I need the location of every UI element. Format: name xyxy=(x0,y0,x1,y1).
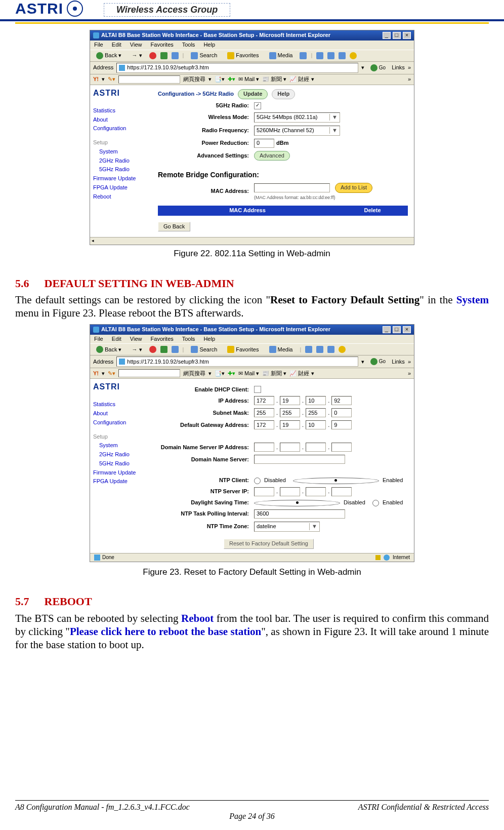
forward-button[interactable]: → ▾ xyxy=(129,51,145,60)
home-icon[interactable] xyxy=(172,346,179,353)
dnsip-1[interactable] xyxy=(254,443,274,452)
ntp-enabled-radio[interactable] xyxy=(293,478,379,484)
dnsip-4[interactable] xyxy=(331,443,352,452)
menu-bar[interactable]: File Edit View Favorites Tools Help xyxy=(90,335,414,344)
news-link[interactable]: 📰 新聞 ▾ xyxy=(262,76,286,83)
ip-4[interactable]: 92 xyxy=(331,396,352,405)
search-button[interactable]: Search xyxy=(188,345,220,354)
sidebar-configuration[interactable]: Configuration xyxy=(93,419,149,426)
menu-view[interactable]: View xyxy=(130,336,142,342)
favorites-button[interactable]: Favorites xyxy=(224,51,262,60)
poll-input[interactable]: 3600 xyxy=(254,509,345,519)
web-search-label[interactable]: 網頁搜尋 xyxy=(183,370,205,377)
close-icon[interactable]: × xyxy=(403,326,411,333)
menu-help[interactable]: Help xyxy=(203,42,215,48)
address-input[interactable]: https://172.19.10.92/setupfr3.htm xyxy=(116,63,358,73)
close-icon[interactable]: × xyxy=(403,32,411,39)
plus-icon[interactable]: ✚▾ xyxy=(228,76,235,83)
yahoo-icon[interactable]: Y! xyxy=(93,370,99,377)
pencil-icon[interactable]: ✎▾ xyxy=(108,76,115,83)
sidebar-about[interactable]: About xyxy=(93,116,149,124)
ntp-disabled-radio[interactable] xyxy=(254,478,261,484)
timezone-select[interactable]: dateline▼ xyxy=(254,522,320,532)
discuss-icon[interactable] xyxy=(350,52,357,59)
mail-link[interactable]: ✉ Mail ▾ xyxy=(238,76,259,83)
address-input[interactable]: https://172.19.10.92/setupfr3.htm xyxy=(116,357,358,367)
ntp-3[interactable] xyxy=(306,487,326,496)
sidebar-system[interactable]: System xyxy=(93,442,149,449)
dst-disabled-radio[interactable] xyxy=(254,500,340,506)
pencil-icon[interactable]: ✎▾ xyxy=(108,370,115,377)
yahoo-icon[interactable]: Y! xyxy=(93,76,99,83)
sidebar-fpga[interactable]: FPGA Update xyxy=(93,184,149,191)
go-button[interactable]: Go xyxy=(367,63,389,72)
menu-edit[interactable]: Edit xyxy=(112,42,121,48)
edit-icon[interactable] xyxy=(327,346,334,353)
menu-tools[interactable]: Tools xyxy=(182,336,195,342)
menu-favorites[interactable]: Favorites xyxy=(151,336,174,342)
finance-link[interactable]: 📈 財經 ▾ xyxy=(289,370,314,377)
ip-2[interactable]: 19 xyxy=(280,396,300,405)
gw-3[interactable]: 10 xyxy=(306,420,326,429)
links-label[interactable]: Links xyxy=(392,359,405,366)
scroll-left-icon[interactable]: ◂ xyxy=(90,238,96,244)
reset-factory-button[interactable]: Reset to Factory Default Setting xyxy=(224,539,314,549)
plus-icon[interactable]: ✚▾ xyxy=(228,370,235,377)
maximize-icon[interactable]: □ xyxy=(393,326,401,333)
sidebar-5ghz[interactable]: 5GHz Radio xyxy=(93,166,149,173)
web-search-label[interactable]: 網頁搜尋 xyxy=(183,76,205,83)
edit-icon[interactable] xyxy=(339,52,346,59)
sidebar-firmware[interactable]: Firmware Update xyxy=(93,469,149,477)
yahoo-toolbar[interactable]: Y! ▾ ✎▾ 網頁搜尋 ▾ 📑▾ ✚▾ ✉ Mail ▾ 📰 新聞 ▾ 📈 財… xyxy=(90,74,414,85)
media-button[interactable]: Media xyxy=(266,51,296,60)
home-icon[interactable] xyxy=(172,52,179,59)
discuss-icon[interactable] xyxy=(339,346,346,353)
menu-view[interactable]: View xyxy=(130,42,142,48)
print-icon[interactable] xyxy=(327,52,334,59)
sidebar-statistics[interactable]: Statistics xyxy=(93,401,149,408)
dnsip-3[interactable] xyxy=(306,443,326,452)
sidebar-firmware[interactable]: Firmware Update xyxy=(93,175,149,182)
menu-tools[interactable]: Tools xyxy=(182,42,195,48)
ntp-4[interactable] xyxy=(331,487,352,496)
dst-enabled-radio[interactable] xyxy=(372,500,379,506)
sidebar-system[interactable]: System xyxy=(93,148,149,155)
media-button[interactable]: Media xyxy=(266,345,296,354)
finance-link[interactable]: 📈 財經 ▾ xyxy=(289,76,314,83)
window-buttons[interactable]: _ □ × xyxy=(382,32,411,39)
bookmark-icon[interactable]: 📑▾ xyxy=(215,370,225,377)
menu-favorites[interactable]: Favorites xyxy=(151,42,174,48)
sidebar-reboot[interactable]: Reboot xyxy=(93,193,149,201)
sidebar-5ghz[interactable]: 5GHz Radio xyxy=(93,460,149,467)
toolbar[interactable]: Back ▾ → ▾ | Search Favorites xyxy=(90,343,414,355)
maximize-icon[interactable]: □ xyxy=(393,32,401,39)
ip-3[interactable]: 10 xyxy=(306,396,326,405)
sidebar-2ghz[interactable]: 2GHz Radio xyxy=(93,451,149,458)
radio-enabled-checkbox[interactable] xyxy=(254,102,261,109)
menu-file[interactable]: File xyxy=(94,336,103,342)
go-back-button[interactable]: Go Back xyxy=(158,222,190,232)
yahoo-search-input[interactable] xyxy=(118,75,180,84)
menu-bar[interactable]: File Edit View Favorites Tools Help xyxy=(90,41,414,50)
toolbar[interactable]: Back ▾ → ▾ | Search Favorites xyxy=(90,50,414,62)
sidebar-statistics[interactable]: Statistics xyxy=(93,107,149,114)
forward-button[interactable]: → ▾ xyxy=(129,345,145,354)
back-button[interactable]: Back ▾ xyxy=(93,345,124,354)
ip-1[interactable]: 172 xyxy=(254,396,274,405)
wireless-mode-select[interactable]: 5GHz 54Mbps (802.11a)▼ xyxy=(254,112,340,123)
stop-icon[interactable] xyxy=(149,52,156,59)
window-buttons[interactable]: _ □ × xyxy=(382,326,411,333)
gw-2[interactable]: 19 xyxy=(280,420,300,429)
back-button[interactable]: Back ▾ xyxy=(93,51,124,60)
sidebar-configuration[interactable]: Configuration xyxy=(93,125,149,132)
mask-2[interactable]: 255 xyxy=(280,408,300,417)
menu-file[interactable]: File xyxy=(94,42,103,48)
dns-input[interactable] xyxy=(254,455,345,464)
favorites-button[interactable]: Favorites xyxy=(224,345,262,354)
minimize-icon[interactable]: _ xyxy=(383,326,391,333)
history-icon[interactable] xyxy=(300,52,307,59)
ntp-1[interactable] xyxy=(254,487,274,496)
yahoo-toolbar[interactable]: Y! ▾ ✎▾ 網頁搜尋 ▾ 📑▾ ✚▾ ✉ Mail ▾ 📰 新聞 ▾ 📈 財… xyxy=(90,368,414,379)
print-icon[interactable] xyxy=(316,346,323,353)
news-link[interactable]: 📰 新聞 ▾ xyxy=(262,370,286,377)
